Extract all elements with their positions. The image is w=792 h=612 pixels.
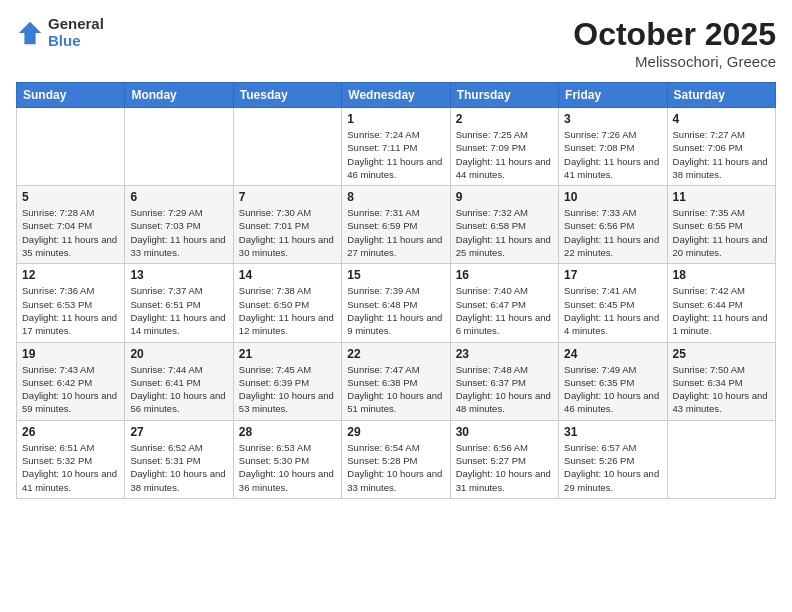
day-number: 2 bbox=[456, 112, 553, 126]
calendar-cell: 25Sunrise: 7:50 AM Sunset: 6:34 PM Dayli… bbox=[667, 342, 775, 420]
day-info: Sunrise: 7:42 AM Sunset: 6:44 PM Dayligh… bbox=[673, 284, 770, 337]
location-label: Melissochori, Greece bbox=[573, 53, 776, 70]
day-info: Sunrise: 7:24 AM Sunset: 7:11 PM Dayligh… bbox=[347, 128, 444, 181]
logo-general-label: General bbox=[48, 16, 104, 33]
day-info: Sunrise: 7:39 AM Sunset: 6:48 PM Dayligh… bbox=[347, 284, 444, 337]
day-number: 10 bbox=[564, 190, 661, 204]
calendar-cell: 10Sunrise: 7:33 AM Sunset: 6:56 PM Dayli… bbox=[559, 186, 667, 264]
column-header-tuesday: Tuesday bbox=[233, 83, 341, 108]
calendar-cell: 31Sunrise: 6:57 AM Sunset: 5:26 PM Dayli… bbox=[559, 420, 667, 498]
calendar-cell: 28Sunrise: 6:53 AM Sunset: 5:30 PM Dayli… bbox=[233, 420, 341, 498]
calendar-cell: 7Sunrise: 7:30 AM Sunset: 7:01 PM Daylig… bbox=[233, 186, 341, 264]
calendar-cell: 27Sunrise: 6:52 AM Sunset: 5:31 PM Dayli… bbox=[125, 420, 233, 498]
day-number: 12 bbox=[22, 268, 119, 282]
calendar-cell: 9Sunrise: 7:32 AM Sunset: 6:58 PM Daylig… bbox=[450, 186, 558, 264]
day-number: 31 bbox=[564, 425, 661, 439]
logo-icon bbox=[16, 19, 44, 47]
day-info: Sunrise: 7:31 AM Sunset: 6:59 PM Dayligh… bbox=[347, 206, 444, 259]
day-info: Sunrise: 7:41 AM Sunset: 6:45 PM Dayligh… bbox=[564, 284, 661, 337]
calendar-cell: 3Sunrise: 7:26 AM Sunset: 7:08 PM Daylig… bbox=[559, 108, 667, 186]
calendar-cell: 14Sunrise: 7:38 AM Sunset: 6:50 PM Dayli… bbox=[233, 264, 341, 342]
day-number: 27 bbox=[130, 425, 227, 439]
day-info: Sunrise: 6:56 AM Sunset: 5:27 PM Dayligh… bbox=[456, 441, 553, 494]
calendar-cell: 6Sunrise: 7:29 AM Sunset: 7:03 PM Daylig… bbox=[125, 186, 233, 264]
day-number: 15 bbox=[347, 268, 444, 282]
column-header-wednesday: Wednesday bbox=[342, 83, 450, 108]
day-number: 19 bbox=[22, 347, 119, 361]
day-info: Sunrise: 7:32 AM Sunset: 6:58 PM Dayligh… bbox=[456, 206, 553, 259]
day-number: 24 bbox=[564, 347, 661, 361]
calendar-cell: 19Sunrise: 7:43 AM Sunset: 6:42 PM Dayli… bbox=[17, 342, 125, 420]
day-number: 4 bbox=[673, 112, 770, 126]
calendar-week-row: 1Sunrise: 7:24 AM Sunset: 7:11 PM Daylig… bbox=[17, 108, 776, 186]
calendar-cell: 16Sunrise: 7:40 AM Sunset: 6:47 PM Dayli… bbox=[450, 264, 558, 342]
day-number: 13 bbox=[130, 268, 227, 282]
day-number: 18 bbox=[673, 268, 770, 282]
calendar-week-row: 12Sunrise: 7:36 AM Sunset: 6:53 PM Dayli… bbox=[17, 264, 776, 342]
day-number: 3 bbox=[564, 112, 661, 126]
day-info: Sunrise: 6:54 AM Sunset: 5:28 PM Dayligh… bbox=[347, 441, 444, 494]
day-number: 14 bbox=[239, 268, 336, 282]
calendar-cell: 17Sunrise: 7:41 AM Sunset: 6:45 PM Dayli… bbox=[559, 264, 667, 342]
calendar-cell bbox=[125, 108, 233, 186]
calendar-cell: 21Sunrise: 7:45 AM Sunset: 6:39 PM Dayli… bbox=[233, 342, 341, 420]
day-info: Sunrise: 7:29 AM Sunset: 7:03 PM Dayligh… bbox=[130, 206, 227, 259]
day-info: Sunrise: 7:30 AM Sunset: 7:01 PM Dayligh… bbox=[239, 206, 336, 259]
column-header-sunday: Sunday bbox=[17, 83, 125, 108]
day-info: Sunrise: 7:33 AM Sunset: 6:56 PM Dayligh… bbox=[564, 206, 661, 259]
day-number: 6 bbox=[130, 190, 227, 204]
month-title: October 2025 bbox=[573, 16, 776, 53]
calendar-cell: 24Sunrise: 7:49 AM Sunset: 6:35 PM Dayli… bbox=[559, 342, 667, 420]
calendar-cell: 29Sunrise: 6:54 AM Sunset: 5:28 PM Dayli… bbox=[342, 420, 450, 498]
day-info: Sunrise: 7:26 AM Sunset: 7:08 PM Dayligh… bbox=[564, 128, 661, 181]
calendar-cell: 23Sunrise: 7:48 AM Sunset: 6:37 PM Dayli… bbox=[450, 342, 558, 420]
day-number: 28 bbox=[239, 425, 336, 439]
day-info: Sunrise: 7:36 AM Sunset: 6:53 PM Dayligh… bbox=[22, 284, 119, 337]
day-info: Sunrise: 6:53 AM Sunset: 5:30 PM Dayligh… bbox=[239, 441, 336, 494]
calendar-table: SundayMondayTuesdayWednesdayThursdayFrid… bbox=[16, 82, 776, 499]
day-number: 9 bbox=[456, 190, 553, 204]
day-info: Sunrise: 6:51 AM Sunset: 5:32 PM Dayligh… bbox=[22, 441, 119, 494]
day-number: 21 bbox=[239, 347, 336, 361]
title-block: October 2025 Melissochori, Greece bbox=[573, 16, 776, 70]
day-number: 29 bbox=[347, 425, 444, 439]
calendar-cell: 22Sunrise: 7:47 AM Sunset: 6:38 PM Dayli… bbox=[342, 342, 450, 420]
calendar-cell: 11Sunrise: 7:35 AM Sunset: 6:55 PM Dayli… bbox=[667, 186, 775, 264]
day-info: Sunrise: 7:40 AM Sunset: 6:47 PM Dayligh… bbox=[456, 284, 553, 337]
day-number: 7 bbox=[239, 190, 336, 204]
day-info: Sunrise: 7:37 AM Sunset: 6:51 PM Dayligh… bbox=[130, 284, 227, 337]
page-header: General Blue October 2025 Melissochori, … bbox=[16, 16, 776, 70]
logo-text: General Blue bbox=[48, 16, 104, 49]
day-number: 22 bbox=[347, 347, 444, 361]
day-info: Sunrise: 7:27 AM Sunset: 7:06 PM Dayligh… bbox=[673, 128, 770, 181]
column-header-friday: Friday bbox=[559, 83, 667, 108]
logo: General Blue bbox=[16, 16, 104, 49]
day-info: Sunrise: 7:28 AM Sunset: 7:04 PM Dayligh… bbox=[22, 206, 119, 259]
calendar-cell bbox=[667, 420, 775, 498]
day-number: 25 bbox=[673, 347, 770, 361]
day-info: Sunrise: 7:25 AM Sunset: 7:09 PM Dayligh… bbox=[456, 128, 553, 181]
column-header-saturday: Saturday bbox=[667, 83, 775, 108]
calendar-cell: 1Sunrise: 7:24 AM Sunset: 7:11 PM Daylig… bbox=[342, 108, 450, 186]
svg-marker-0 bbox=[19, 21, 41, 43]
calendar-cell bbox=[17, 108, 125, 186]
calendar-week-row: 5Sunrise: 7:28 AM Sunset: 7:04 PM Daylig… bbox=[17, 186, 776, 264]
column-header-monday: Monday bbox=[125, 83, 233, 108]
column-header-thursday: Thursday bbox=[450, 83, 558, 108]
day-info: Sunrise: 7:35 AM Sunset: 6:55 PM Dayligh… bbox=[673, 206, 770, 259]
day-info: Sunrise: 7:38 AM Sunset: 6:50 PM Dayligh… bbox=[239, 284, 336, 337]
calendar-header-row: SundayMondayTuesdayWednesdayThursdayFrid… bbox=[17, 83, 776, 108]
day-info: Sunrise: 7:49 AM Sunset: 6:35 PM Dayligh… bbox=[564, 363, 661, 416]
calendar-cell: 12Sunrise: 7:36 AM Sunset: 6:53 PM Dayli… bbox=[17, 264, 125, 342]
day-number: 17 bbox=[564, 268, 661, 282]
day-number: 16 bbox=[456, 268, 553, 282]
day-number: 26 bbox=[22, 425, 119, 439]
day-info: Sunrise: 7:47 AM Sunset: 6:38 PM Dayligh… bbox=[347, 363, 444, 416]
day-number: 11 bbox=[673, 190, 770, 204]
day-number: 1 bbox=[347, 112, 444, 126]
day-number: 5 bbox=[22, 190, 119, 204]
day-number: 20 bbox=[130, 347, 227, 361]
calendar-cell: 18Sunrise: 7:42 AM Sunset: 6:44 PM Dayli… bbox=[667, 264, 775, 342]
calendar-cell: 15Sunrise: 7:39 AM Sunset: 6:48 PM Dayli… bbox=[342, 264, 450, 342]
calendar-cell bbox=[233, 108, 341, 186]
